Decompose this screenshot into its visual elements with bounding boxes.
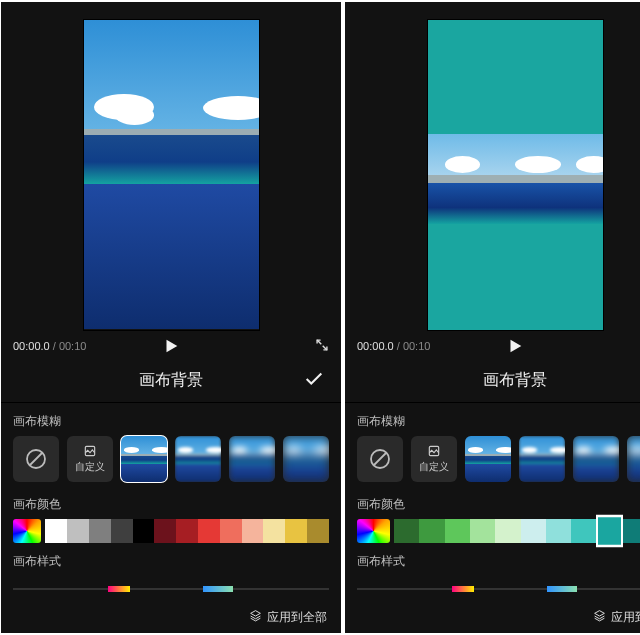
color-swatch[interactable] bbox=[176, 519, 198, 543]
color-swatch[interactable] bbox=[622, 519, 640, 543]
color-swatch[interactable] bbox=[198, 519, 220, 543]
color-swatch[interactable] bbox=[45, 519, 67, 543]
layers-icon bbox=[593, 609, 606, 625]
time-current: 00:00.0 bbox=[13, 340, 50, 352]
color-swatch[interactable] bbox=[571, 519, 596, 543]
blur-custom[interactable]: 自定义 bbox=[411, 436, 457, 482]
panel-title-bar: 画布背景 bbox=[1, 359, 341, 403]
color-picker[interactable] bbox=[13, 519, 41, 543]
section-blur-label: 画布模糊 bbox=[345, 403, 640, 436]
blur-custom[interactable]: 自定义 bbox=[67, 436, 113, 482]
section-blur-label: 画布模糊 bbox=[1, 403, 341, 436]
section-color-label: 画布颜色 bbox=[345, 486, 640, 519]
apply-all-row[interactable]: 应用到全部 bbox=[345, 601, 640, 633]
color-swatch[interactable] bbox=[154, 519, 176, 543]
color-swatch[interactable] bbox=[220, 519, 242, 543]
color-swatch[interactable] bbox=[394, 519, 419, 543]
color-swatch[interactable] bbox=[445, 519, 470, 543]
play-button[interactable] bbox=[162, 337, 180, 355]
playback-row: 00:00.0 / 00:10 bbox=[1, 333, 341, 359]
blur-level-2[interactable] bbox=[519, 436, 565, 482]
style-options[interactable] bbox=[357, 582, 640, 596]
time-total: 00:10 bbox=[403, 340, 431, 352]
color-swatch[interactable] bbox=[307, 519, 329, 543]
color-swatch[interactable] bbox=[89, 519, 111, 543]
apply-all-row[interactable]: 应用到全部 bbox=[1, 601, 341, 633]
color-swatch[interactable] bbox=[419, 519, 444, 543]
color-swatch[interactable] bbox=[133, 519, 155, 543]
blur-level-4[interactable] bbox=[627, 436, 640, 482]
playback-row: 00:00.0 / 00:10 bbox=[345, 333, 640, 359]
blur-options: 自定义 bbox=[1, 436, 341, 486]
canvas bbox=[84, 20, 259, 330]
color-row-left bbox=[1, 519, 341, 543]
apply-all-label: 应用到全部 bbox=[611, 609, 640, 626]
layers-icon bbox=[249, 609, 262, 625]
blur-level-4[interactable] bbox=[283, 436, 329, 482]
play-button[interactable] bbox=[506, 337, 524, 355]
color-swatch[interactable] bbox=[263, 519, 285, 543]
color-swatch[interactable] bbox=[470, 519, 495, 543]
panel-title-bar: 画布背景 bbox=[345, 359, 640, 403]
section-style-label: 画布样式 bbox=[1, 543, 341, 576]
color-swatch[interactable] bbox=[495, 519, 520, 543]
color-swatch[interactable] bbox=[111, 519, 133, 543]
color-swatch[interactable] bbox=[521, 519, 546, 543]
color-swatch[interactable] bbox=[546, 519, 571, 543]
color-swatch[interactable] bbox=[285, 519, 307, 543]
blur-level-3[interactable] bbox=[573, 436, 619, 482]
blur-options: 自定义 bbox=[345, 436, 640, 486]
blur-none[interactable] bbox=[13, 436, 59, 482]
editor-panel-right: 00:00.0 / 00:10 画布背景 画布模糊 bbox=[345, 2, 640, 633]
blur-level-2[interactable] bbox=[175, 436, 221, 482]
section-style-label: 画布样式 bbox=[345, 543, 640, 576]
color-swatch[interactable] bbox=[597, 516, 622, 546]
video-preview[interactable] bbox=[345, 2, 640, 337]
canvas bbox=[428, 20, 603, 330]
section-color-label: 画布颜色 bbox=[1, 486, 341, 519]
color-picker[interactable] bbox=[357, 519, 390, 543]
blur-custom-label: 自定义 bbox=[419, 460, 449, 474]
style-options[interactable] bbox=[13, 582, 329, 596]
time-current: 00:00.0 bbox=[357, 340, 394, 352]
editor-panel-left: 00:00.0 / 00:10 画布背景 画布模糊 bbox=[1, 2, 341, 633]
time-sep: / bbox=[50, 340, 59, 352]
blur-level-1[interactable] bbox=[465, 436, 511, 482]
time-sep: / bbox=[394, 340, 403, 352]
video-preview[interactable] bbox=[1, 2, 341, 337]
color-row-right bbox=[345, 519, 640, 543]
expand-icon[interactable] bbox=[315, 338, 329, 354]
blur-none[interactable] bbox=[357, 436, 403, 482]
panel-title: 画布背景 bbox=[483, 370, 547, 391]
blur-custom-label: 自定义 bbox=[75, 460, 105, 474]
confirm-button[interactable] bbox=[303, 368, 325, 394]
blur-level-1[interactable] bbox=[121, 436, 167, 482]
apply-all-label: 应用到全部 bbox=[267, 609, 327, 626]
panel-title: 画布背景 bbox=[139, 370, 203, 391]
blur-level-3[interactable] bbox=[229, 436, 275, 482]
color-swatch[interactable] bbox=[67, 519, 89, 543]
time-total: 00:10 bbox=[59, 340, 87, 352]
color-swatch[interactable] bbox=[242, 519, 264, 543]
